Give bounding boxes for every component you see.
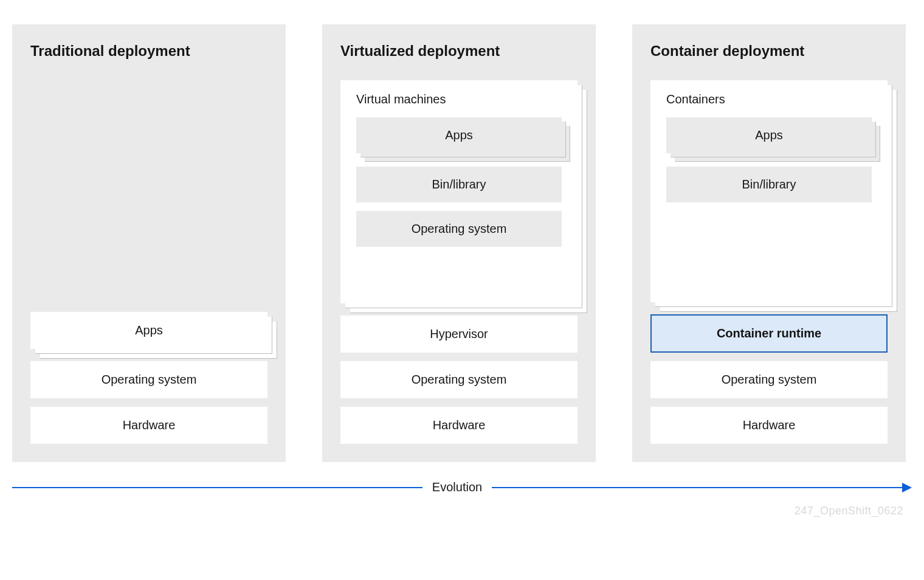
hardware-block: Hardware xyxy=(30,407,267,444)
watermark-text: 247_OpenShift_0622 xyxy=(795,505,903,517)
container-label: Containers xyxy=(666,92,872,106)
apps-block: Apps xyxy=(666,117,872,153)
spacer xyxy=(30,72,267,303)
panel-container: Container deployment Containers Apps Bin… xyxy=(632,24,906,462)
os-block: Operating system xyxy=(650,361,888,398)
hardware-block: Hardware xyxy=(340,407,578,444)
evolution-arrow: Evolution xyxy=(12,480,912,494)
apps-inner-stack: Apps xyxy=(666,117,872,153)
hypervisor-block: Hypervisor xyxy=(340,316,578,353)
os-inner-block: Operating system xyxy=(356,211,562,247)
arrow-line xyxy=(492,487,902,488)
apps-inner-stack: Apps xyxy=(356,117,562,153)
os-block: Operating system xyxy=(340,361,578,398)
vm-stack: Virtual machines Apps Bin/library Operat… xyxy=(340,80,578,303)
diagram-columns: Traditional deployment Apps Operating sy… xyxy=(12,24,912,462)
os-block: Operating system xyxy=(30,361,267,398)
apps-stack-traditional: Apps xyxy=(30,312,267,349)
panel-traditional: Traditional deployment Apps Operating sy… xyxy=(12,24,286,462)
apps-block: Apps xyxy=(30,312,267,349)
container-runtime-block: Container runtime xyxy=(650,314,888,353)
apps-block: Apps xyxy=(356,117,562,153)
panel-title-traditional: Traditional deployment xyxy=(30,43,267,60)
container-stack: Containers Apps Bin/library xyxy=(650,80,888,302)
bin-block: Bin/library xyxy=(356,167,562,202)
arrowhead-icon xyxy=(902,483,912,492)
arrow-line xyxy=(12,487,422,488)
panel-title-container: Container deployment xyxy=(650,43,888,60)
panel-virtualized: Virtualized deployment Virtual machines … xyxy=(322,24,596,462)
bin-block: Bin/library xyxy=(666,167,872,202)
container-front: Containers Apps Bin/library xyxy=(650,80,888,302)
evolution-label: Evolution xyxy=(422,480,492,494)
hardware-block: Hardware xyxy=(650,407,888,444)
stack-front: Apps xyxy=(30,312,267,349)
vm-front: Virtual machines Apps Bin/library Operat… xyxy=(340,80,578,303)
panel-title-virtualized: Virtualized deployment xyxy=(340,43,578,60)
vm-label: Virtual machines xyxy=(356,92,562,106)
